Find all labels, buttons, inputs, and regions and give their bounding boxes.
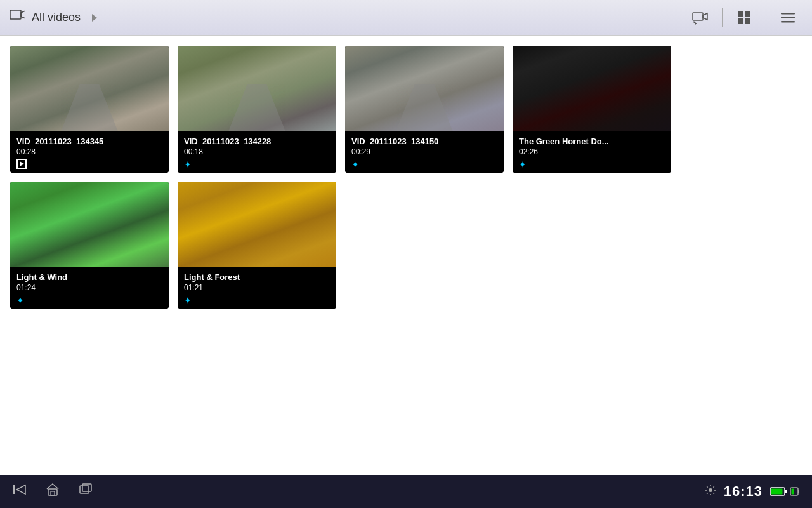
svg-marker-4 — [695, 22, 697, 25]
video-card[interactable]: The Green Hornet Do...02:26✦ — [513, 46, 671, 173]
star-badge-icon: ✦ — [351, 159, 359, 170]
video-card[interactable]: VID_20111023_13422800:18✦ — [178, 46, 336, 173]
video-thumbnail — [10, 46, 169, 131]
grid-view-button[interactable] — [730, 4, 758, 32]
video-duration: 00:18 — [184, 147, 330, 156]
home-button[interactable] — [46, 483, 60, 500]
video-badge: ✦ — [184, 295, 330, 306]
play-badge-icon — [16, 159, 27, 169]
video-grid: VID_20111023_13434500:28VID_20111023_134… — [10, 46, 802, 309]
svg-rect-16 — [80, 486, 89, 493]
video-title: Light & Wind — [16, 272, 162, 282]
video-duration: 00:29 — [351, 147, 497, 156]
svg-rect-21 — [785, 490, 787, 493]
video-card[interactable]: Light & Wind01:24✦ — [10, 182, 169, 309]
main-content: VID_20111023_13434500:28VID_20111023_134… — [0, 36, 812, 475]
video-title: VID_20111023_134150 — [351, 137, 497, 146]
top-bar: All videos — [0, 0, 812, 36]
video-duration: 01:21 — [184, 283, 330, 292]
star-badge-icon: ✦ — [184, 295, 192, 305]
video-duration: 01:24 — [16, 283, 162, 292]
video-badge: ✦ — [351, 159, 497, 170]
title-area: All videos — [10, 10, 686, 25]
video-badge: ✦ — [184, 159, 330, 170]
video-info: VID_20111023_13422800:18✦ — [178, 131, 336, 173]
status-area: 16:13 — [705, 483, 799, 500]
star-badge-icon: ✦ — [519, 159, 527, 170]
dropdown-arrow-icon[interactable] — [92, 14, 97, 22]
video-info: VID_20111023_13415000:29✦ — [345, 131, 504, 173]
video-info: Light & Forest01:21✦ — [178, 267, 336, 309]
video-title: Light & Forest — [184, 272, 330, 282]
star-badge-icon: ✦ — [184, 159, 192, 170]
svg-point-18 — [709, 488, 712, 492]
svg-rect-7 — [738, 18, 743, 24]
video-badge: ✦ — [519, 159, 665, 170]
video-thumbnail — [178, 46, 336, 131]
video-title: The Green Hornet Do... — [519, 137, 665, 146]
divider-2 — [766, 8, 766, 27]
video-card[interactable]: VID_20111023_13415000:29✦ — [345, 46, 504, 173]
video-badge: ✦ — [16, 295, 162, 306]
top-actions — [686, 4, 802, 32]
svg-rect-10 — [781, 17, 795, 18]
svg-rect-8 — [745, 18, 750, 24]
svg-rect-14 — [48, 489, 57, 495]
bottom-bar: 16:13 — [0, 475, 812, 508]
svg-rect-17 — [82, 484, 91, 491]
video-thumbnail — [345, 46, 504, 131]
svg-marker-3 — [703, 13, 707, 20]
video-thumbnail — [513, 46, 671, 131]
svg-rect-15 — [51, 491, 55, 495]
svg-rect-23 — [792, 489, 794, 495]
back-button[interactable] — [13, 483, 27, 500]
video-title: VID_20111023_134345 — [16, 137, 162, 146]
video-thumbnail — [178, 182, 336, 267]
video-title: VID_20111023_134228 — [184, 137, 330, 146]
video-duration: 00:28 — [16, 147, 162, 156]
video-thumbnail — [10, 182, 169, 267]
recent-apps-button[interactable] — [79, 483, 93, 500]
svg-rect-9 — [781, 13, 795, 15]
replay-button[interactable] — [686, 4, 714, 32]
svg-rect-24 — [798, 490, 799, 493]
svg-marker-12 — [16, 485, 25, 494]
video-badge — [16, 159, 162, 169]
battery-indicator — [770, 486, 799, 497]
video-info: VID_20111023_13434500:28 — [10, 131, 169, 173]
svg-rect-0 — [10, 10, 21, 19]
video-duration: 02:26 — [519, 147, 665, 156]
svg-marker-1 — [21, 11, 25, 18]
nav-buttons — [13, 483, 705, 500]
svg-rect-5 — [738, 11, 743, 17]
settings-icon — [705, 485, 716, 498]
star-badge-icon: ✦ — [16, 295, 24, 305]
svg-rect-11 — [781, 21, 795, 23]
svg-rect-2 — [693, 13, 703, 20]
video-info: The Green Hornet Do...02:26✦ — [513, 131, 671, 173]
video-card[interactable]: Light & Forest01:21✦ — [178, 182, 336, 309]
svg-rect-20 — [771, 489, 783, 495]
clock-display: 16:13 — [724, 483, 763, 500]
svg-rect-6 — [745, 11, 750, 17]
video-card[interactable]: VID_20111023_13434500:28 — [10, 46, 169, 173]
page-title: All videos — [32, 11, 81, 24]
video-icon — [10, 10, 25, 25]
menu-button[interactable] — [774, 4, 802, 32]
divider-1 — [722, 8, 723, 27]
video-info: Light & Wind01:24✦ — [10, 267, 169, 309]
